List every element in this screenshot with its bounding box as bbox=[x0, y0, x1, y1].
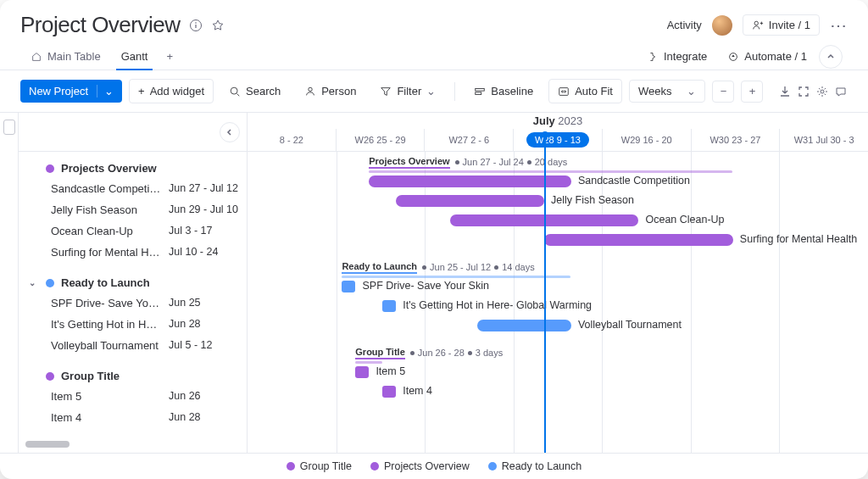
list-item[interactable]: Surfing for Mental HealthJul 10 - 24 bbox=[29, 242, 247, 263]
timescale-select[interactable]: Weeks⌄ bbox=[629, 80, 706, 103]
add-tab-button[interactable]: + bbox=[158, 43, 181, 70]
search-icon bbox=[229, 86, 241, 97]
add-widget-button[interactable]: + Add widget bbox=[129, 79, 214, 103]
bar-label: Jelly Fish Season bbox=[551, 194, 634, 206]
week-header[interactable]: 8 - 22 bbox=[248, 129, 336, 151]
integrate-label: Integrate bbox=[664, 50, 707, 63]
legend-label: Projects Overview bbox=[384, 460, 470, 472]
home-icon bbox=[31, 51, 42, 63]
group-header[interactable]: Projects Overview bbox=[29, 159, 247, 178]
tab-main-label: Main Table bbox=[47, 50, 101, 63]
group-header[interactable]: Group Title bbox=[29, 366, 247, 386]
settings-icon[interactable] bbox=[815, 85, 829, 98]
legend-label: Ready to Launch bbox=[502, 460, 582, 472]
gantt-bar[interactable]: Item 4 bbox=[382, 386, 396, 398]
add-widget-label: Add widget bbox=[150, 85, 204, 97]
new-project-label: New Project bbox=[29, 85, 88, 97]
list-item[interactable]: It's Getting Hot in Here- Glob…Jun 28 bbox=[29, 314, 247, 335]
list-item[interactable]: Item 4Jun 28 bbox=[29, 407, 247, 428]
gantt-bar[interactable]: Surfing for Mental Health bbox=[544, 234, 733, 246]
automate-button[interactable]: Automate / 1 bbox=[719, 45, 815, 68]
invite-button[interactable]: Invite / 1 bbox=[743, 14, 820, 36]
more-icon[interactable]: ⋯ bbox=[830, 15, 848, 36]
svg-point-10 bbox=[821, 90, 824, 93]
item-name: Jelly Fish Season bbox=[51, 203, 169, 216]
integrate-button[interactable]: Integrate bbox=[638, 45, 715, 68]
svg-point-3 bbox=[754, 21, 758, 25]
gantt-bar[interactable]: Jelly Fish Season bbox=[396, 195, 544, 207]
list-item[interactable]: Ocean Clean-UpJul 3 - 17 bbox=[29, 220, 247, 242]
gantt-bar[interactable]: SPF Drive- Save Your Skin bbox=[342, 281, 355, 292]
tab-main-table[interactable]: Main Table bbox=[20, 43, 111, 70]
legend-color-dot bbox=[287, 462, 295, 471]
list-item[interactable]: Sandcastle CompetitionJun 27 - Jul 12 bbox=[29, 178, 247, 199]
group-name: Group Title bbox=[61, 370, 120, 382]
star-icon[interactable] bbox=[211, 19, 225, 32]
legend-label: Group Title bbox=[300, 460, 352, 472]
item-name: Item 5 bbox=[51, 390, 169, 403]
tab-gantt[interactable]: Gantt bbox=[111, 43, 159, 70]
autofit-label: Auto Fit bbox=[575, 85, 613, 97]
avatar[interactable] bbox=[712, 15, 732, 36]
item-name: Volleyball Tournament bbox=[51, 339, 169, 352]
zoom-out-button[interactable]: − bbox=[712, 81, 734, 103]
list-item[interactable]: Jelly Fish SeasonJun 29 - Jul 10 bbox=[29, 199, 247, 220]
autofit-button[interactable]: Auto Fit bbox=[548, 79, 622, 103]
timescale-label: Weeks bbox=[638, 85, 672, 97]
bar-label: Ocean Clean-Up bbox=[645, 214, 724, 226]
group-summary: Ready to LaunchJun 25 - Jul 12 14 days bbox=[342, 260, 534, 274]
summary-label: Group Title bbox=[355, 347, 404, 359]
week-header[interactable]: W29 16 - 20 bbox=[602, 129, 691, 151]
automate-icon bbox=[727, 51, 739, 63]
chat-icon[interactable] bbox=[834, 85, 848, 98]
group-name: Projects Overview bbox=[61, 162, 157, 175]
week-header[interactable]: W31 Jul 30 - 3 bbox=[779, 129, 868, 151]
legend-item: Projects Overview bbox=[370, 460, 470, 472]
group-header[interactable]: ⌄Ready to Launch bbox=[29, 273, 247, 292]
person-filter-button[interactable]: Person bbox=[296, 80, 364, 103]
item-date: Jul 10 - 24 bbox=[169, 246, 247, 259]
gantt-bar[interactable]: It's Getting Hot in Here- Global Warming bbox=[382, 300, 396, 312]
integrate-icon bbox=[647, 51, 659, 63]
legend: Group TitleProjects OverviewReady to Lau… bbox=[0, 453, 868, 479]
collapse-header-button[interactable] bbox=[819, 45, 843, 69]
week-header[interactable]: W28 9 - 13 bbox=[513, 129, 602, 151]
scrollbar-horizontal[interactable] bbox=[25, 441, 70, 448]
chevron-down-icon: ⌄ bbox=[29, 278, 39, 287]
group-color-dot bbox=[46, 372, 54, 381]
item-name: Ocean Clean-Up bbox=[51, 225, 169, 237]
bar-label: Item 5 bbox=[376, 365, 405, 377]
week-header[interactable]: W26 25 - 29 bbox=[336, 129, 425, 151]
collapse-groups-button[interactable] bbox=[3, 120, 15, 135]
person-icon bbox=[304, 86, 316, 97]
week-header[interactable]: W30 23 - 27 bbox=[691, 129, 780, 151]
info-icon[interactable] bbox=[189, 19, 203, 32]
fullscreen-icon[interactable] bbox=[797, 85, 810, 98]
svg-rect-7 bbox=[476, 88, 485, 91]
new-project-button[interactable]: New Project ⌄ bbox=[20, 80, 122, 103]
activity-label[interactable]: Activity bbox=[667, 19, 702, 31]
bar-label: Surfing for Mental Health bbox=[740, 233, 857, 245]
gantt-bar[interactable]: Sandcastle Competition bbox=[369, 175, 571, 187]
item-name: It's Getting Hot in Here- Glob… bbox=[51, 318, 169, 331]
collapse-left-button[interactable] bbox=[220, 122, 240, 142]
automate-label: Automate / 1 bbox=[744, 50, 807, 63]
group-color-dot bbox=[46, 279, 54, 287]
gantt-bar[interactable]: Item 5 bbox=[355, 366, 369, 378]
baseline-button[interactable]: Baseline bbox=[465, 80, 542, 103]
autofit-icon bbox=[558, 86, 570, 97]
list-item[interactable]: SPF Drive- Save Your SkinJun 25 bbox=[29, 292, 247, 314]
list-item[interactable]: Volleyball TournamentJul 5 - 12 bbox=[29, 335, 247, 356]
chevron-down-icon[interactable]: ⌄ bbox=[97, 85, 114, 97]
legend-color-dot bbox=[370, 462, 379, 471]
filter-button[interactable]: Filter ⌄ bbox=[371, 80, 444, 103]
zoom-in-button[interactable]: + bbox=[741, 81, 763, 103]
bar-label: Volleyball Tournament bbox=[578, 319, 682, 331]
gantt-bar[interactable]: Volleyball Tournament bbox=[477, 320, 571, 331]
search-button[interactable]: Search bbox=[220, 80, 289, 103]
item-date: Jun 25 bbox=[169, 297, 247, 309]
week-header[interactable]: W27 2 - 6 bbox=[424, 129, 513, 151]
list-item[interactable]: Item 5Jun 26 bbox=[29, 386, 247, 407]
download-icon[interactable] bbox=[778, 85, 792, 98]
bar-label: It's Getting Hot in Here- Global Warming bbox=[403, 299, 592, 311]
